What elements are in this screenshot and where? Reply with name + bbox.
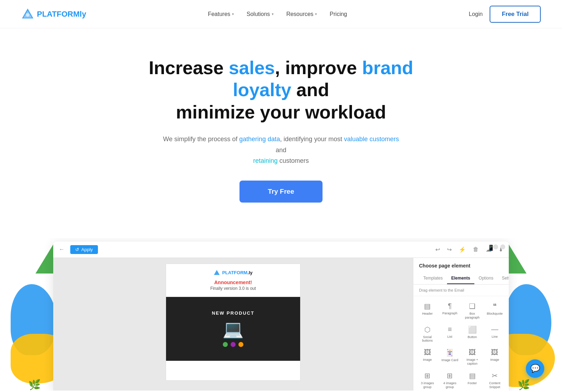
three-images-label: 3 images group [418,381,437,389]
email-subtitle: Finally version 3.0 is out [172,286,294,291]
app-preview: 📱 ← ↺ Apply ↩ ↪ ⚡ 🗑 ☁ ⬇ [0,238,562,391]
apply-icon: ↺ [75,247,79,252]
tab-templates[interactable]: Templates [419,273,447,284]
app-window: 📱 ← ↺ Apply ↩ ↪ ⚡ 🗑 ☁ ⬇ [53,242,509,391]
image-label: Image [423,358,432,362]
nav-pricing[interactable]: Pricing [330,11,347,17]
panel-item-paragraph[interactable]: ¶ Paragraph [439,299,461,322]
tab-settings[interactable]: Settings [497,273,509,284]
window-maximize[interactable] [500,244,505,249]
tab-elements[interactable]: Elements [447,273,474,284]
header-icon: ▤ [424,302,431,310]
nav-solutions[interactable]: Solutions ▾ [247,11,274,17]
image-card-icon: 🃏 [445,348,454,357]
email-logo: PLATFORM.ly [172,270,294,276]
nav-login[interactable]: Login [469,11,483,17]
snippet-icon: ✂ [492,371,498,380]
logo-icon [21,8,34,21]
dot-orange [238,342,243,347]
logo-link[interactable]: PLATFORMly [21,8,86,21]
panel-item-social[interactable]: ⬡ Social buttons [416,322,439,346]
social-label: Social buttons [418,335,437,343]
image-card-label: Image Card [441,358,458,362]
hero-accent-sales: sales [229,57,275,78]
try-free-button[interactable]: Try Free [239,181,323,203]
chevron-down-icon: ▾ [232,12,234,16]
email-image: NEW PRODUCT 💻 [166,297,300,361]
panel-item-line[interactable]: — Line [484,322,506,346]
subtitle-link-valuable: valuable customers [344,136,399,143]
hero-title-text1: Increase [149,57,229,78]
panel-grid: ▤ Header ¶ Paragraph ❑ Box paragraph ❝ B… [413,296,509,391]
panel-item-snippet[interactable]: ✂ Content Snippet [484,369,506,391]
chat-icon: 💬 [530,364,540,373]
bolt-icon[interactable]: ⚡ [459,246,466,253]
hero-title: Increase sales, improve brand loyalty an… [121,57,441,123]
button-element-icon: ⬜ [468,325,477,334]
email-logo-text: PLATFORM.ly [222,270,253,275]
app-toolbar: ← ↺ Apply ↩ ↪ ⚡ 🗑 ☁ ⬇ [53,242,509,258]
box-paragraph-icon: ❑ [469,302,475,310]
line-label: Line [492,335,498,339]
panel-item-header[interactable]: ▤ Header [416,299,439,322]
panel-item-4images[interactable]: ⊞ 4 images group [439,369,461,391]
redo-icon[interactable]: ↪ [447,246,452,253]
image2-label: Image [490,358,499,362]
footer-icon: ▤ [469,371,476,380]
panel-item-footer[interactable]: ▤ Footer [461,369,484,391]
snippet-label: Content Snippet [485,381,505,389]
panel-item-blockquote[interactable]: ❝ Blockquote [484,299,506,322]
laptop-icon: 💻 [222,319,244,339]
window-controls [493,244,505,249]
email-content: PLATFORM.ly Announcement! Finally versio… [166,264,301,381]
nav-right: Login Free Trial [469,6,541,23]
svg-point-2 [26,13,29,17]
chat-fab-button[interactable]: 💬 [526,359,544,378]
undo-icon[interactable]: ↩ [435,246,440,253]
footer-label: Footer [468,381,477,385]
panel-item-imagecard[interactable]: 🃏 Image Card [439,346,461,369]
back-button[interactable]: ← [59,246,65,253]
button-label: Button [468,335,477,339]
nav-resources[interactable]: Resources ▾ [286,11,317,17]
four-images-label: 4 images group [440,381,459,389]
apply-button[interactable]: ↺ Apply [70,245,98,254]
panel-item-imagecaption[interactable]: 🖼 Image + caption [461,346,484,369]
trash-icon[interactable]: 🗑 [473,246,479,253]
chevron-down-icon: ▾ [315,12,317,16]
subtitle-text3: and [276,147,286,154]
tab-options[interactable]: Options [474,273,497,284]
subtitle-text2: , identifying your most [280,136,344,143]
hero-subtitle: We simplify the process of gathering dat… [157,134,405,166]
panel-item-3images[interactable]: ⊞ 3 images group [416,369,439,391]
hero-section: Increase sales, improve brand loyalty an… [0,28,562,224]
deco-bottom-left: 🌿 [28,379,41,391]
chevron-down-icon: ▾ [272,12,274,16]
panel-item-boxparagraph[interactable]: ❑ Box paragraph [461,299,484,322]
paragraph-label: Paragraph [442,311,457,315]
logo-text: PLATFORMly [37,10,86,19]
product-label: NEW PRODUCT [212,310,254,316]
email-editor: PLATFORM.ly Announcement! Finally versio… [53,258,413,391]
free-trial-button[interactable]: Free Trial [490,6,541,23]
paragraph-icon: ¶ [448,302,452,310]
panel-item-button[interactable]: ⬜ Button [461,322,484,346]
product-dots [223,342,243,347]
hero-title-text2: , improve [275,57,362,78]
nav-features[interactable]: Features ▾ [208,11,234,17]
panel-title: Choose page element [419,263,503,269]
window-minimize[interactable] [493,244,498,249]
panel-item-image[interactable]: 🖼 Image [416,346,439,369]
panel-item-image2[interactable]: 🖼 Image [484,346,506,369]
list-label: List [447,335,452,339]
image-caption-icon: 🖼 [469,348,476,357]
dot-green [223,342,228,347]
four-images-icon: ⊞ [447,371,453,380]
dot-purple [231,342,236,347]
image-icon: 🖼 [424,348,431,357]
email-logo-icon [214,270,220,276]
svg-marker-3 [214,270,220,275]
subtitle-text4: customers [278,157,309,164]
right-panel: Choose page element Templates Elements O… [413,258,509,391]
panel-item-list[interactable]: ≡ List [439,322,461,346]
